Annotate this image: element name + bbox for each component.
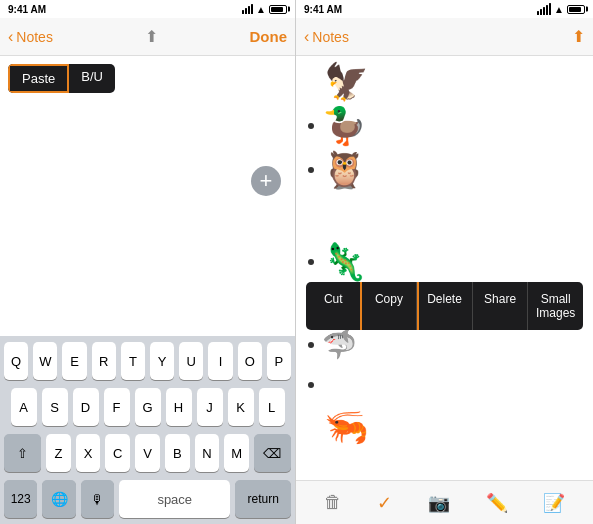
- keyboard-bottom-row: 123 🌐 🎙 space return: [4, 480, 291, 518]
- right-back-chevron-icon: ‹: [304, 28, 309, 46]
- key-e[interactable]: E: [62, 342, 86, 380]
- key-shift[interactable]: ⇧: [4, 434, 41, 472]
- right-back-button[interactable]: ‹ Notes: [304, 28, 349, 46]
- key-s[interactable]: S: [42, 388, 68, 426]
- list-item-eagle[interactable]: 🦅: [296, 60, 593, 104]
- battery-icon: [269, 5, 287, 14]
- keyboard: Q W E R T Y U I O P A S D F G H J K L ⇧ …: [0, 336, 295, 524]
- bullet-icon: [308, 259, 314, 265]
- key-p[interactable]: P: [267, 342, 291, 380]
- key-b[interactable]: B: [165, 434, 190, 472]
- key-m[interactable]: M: [224, 434, 249, 472]
- keyboard-row-2: A S D F G H J K L: [4, 388, 291, 426]
- key-globe[interactable]: 🌐: [42, 480, 75, 518]
- owl-emoji: 🦉: [322, 152, 367, 188]
- key-t[interactable]: T: [121, 342, 145, 380]
- back-chevron-icon: ‹: [8, 28, 13, 46]
- right-status-bar: 9:41 AM ▲: [296, 0, 593, 18]
- right-wifi-icon: ▲: [554, 4, 564, 15]
- key-k[interactable]: K: [228, 388, 254, 426]
- signal-icon: [242, 4, 253, 14]
- key-h[interactable]: H: [166, 388, 192, 426]
- left-done-button[interactable]: Done: [250, 28, 288, 45]
- bullet-icon: [308, 123, 314, 129]
- bullet-icon: [308, 342, 314, 348]
- right-battery-icon: [567, 5, 585, 14]
- key-d[interactable]: D: [73, 388, 99, 426]
- left-status-icons: ▲: [242, 4, 287, 15]
- list-item-bullet2[interactable]: [296, 365, 593, 405]
- key-i[interactable]: I: [208, 342, 232, 380]
- right-signal-icon: [537, 3, 551, 15]
- key-a[interactable]: A: [11, 388, 37, 426]
- left-nav-bar: ‹ Notes ⬆ Done: [0, 18, 295, 56]
- paste-button[interactable]: Paste: [8, 64, 69, 93]
- right-bottom-toolbar: 🗑 ✓ 📷 ✏️ 📝: [296, 480, 593, 524]
- right-time: 9:41 AM: [304, 4, 342, 15]
- key-v[interactable]: V: [135, 434, 160, 472]
- left-note-content[interactable]: +: [0, 96, 295, 336]
- key-u[interactable]: U: [179, 342, 203, 380]
- key-return[interactable]: return: [235, 480, 291, 518]
- small-images-button[interactable]: Small Images: [528, 282, 583, 330]
- key-y[interactable]: Y: [150, 342, 174, 380]
- key-r[interactable]: R: [92, 342, 116, 380]
- shrimp-emoji: 🦐: [324, 409, 369, 445]
- eagle-emoji: 🦅: [324, 64, 369, 100]
- right-status-icons: ▲: [537, 3, 585, 15]
- right-notes-list: 🦅 🦆 🦉 Cut Copy Delete Share Small Images…: [296, 56, 593, 480]
- left-back-button[interactable]: ‹ Notes: [8, 28, 53, 46]
- key-x[interactable]: X: [76, 434, 101, 472]
- left-context-menu: Paste B/U: [8, 64, 115, 93]
- right-nav-bar: ‹ Notes ⬆: [296, 18, 593, 56]
- left-time: 9:41 AM: [8, 4, 46, 15]
- wifi-icon: ▲: [256, 4, 266, 15]
- key-w[interactable]: W: [33, 342, 57, 380]
- right-panel: 9:41 AM ▲ ‹ Notes ⬆ 🦅: [296, 0, 593, 524]
- key-c[interactable]: C: [105, 434, 130, 472]
- list-item-shark[interactable]: 🦈: [296, 324, 593, 365]
- key-g[interactable]: G: [135, 388, 161, 426]
- delete-toolbar-icon[interactable]: 🗑: [324, 492, 342, 513]
- bullet-icon: [308, 167, 314, 173]
- duck-emoji: 🦆: [322, 108, 367, 144]
- key-space[interactable]: space: [119, 480, 230, 518]
- key-n[interactable]: N: [195, 434, 220, 472]
- lizard-emoji: 🦎: [322, 244, 367, 280]
- key-f[interactable]: F: [104, 388, 130, 426]
- cut-button[interactable]: Cut: [306, 282, 362, 330]
- left-toolbar: Paste B/U: [0, 56, 295, 96]
- keyboard-row-3: ⇧ Z X C V B N M ⌫: [4, 434, 291, 472]
- key-backspace[interactable]: ⌫: [254, 434, 291, 472]
- key-j[interactable]: J: [197, 388, 223, 426]
- left-status-bar: 9:41 AM ▲: [0, 0, 295, 18]
- right-back-label: Notes: [312, 29, 349, 45]
- right-share-icon[interactable]: ⬆: [572, 27, 585, 46]
- add-button[interactable]: +: [251, 166, 281, 196]
- key-z[interactable]: Z: [46, 434, 71, 472]
- key-num[interactable]: 123: [4, 480, 37, 518]
- share-button[interactable]: Share: [473, 282, 529, 330]
- list-item-owl[interactable]: 🦉: [296, 148, 593, 192]
- compose-toolbar-icon[interactable]: 📝: [543, 492, 565, 514]
- biu-button[interactable]: B/U: [69, 64, 115, 93]
- left-panel: 9:41 AM ▲ ‹ Notes ⬆ Done Paste B/U: [0, 0, 296, 524]
- draw-toolbar-icon[interactable]: ✏️: [486, 492, 508, 514]
- list-item-duck[interactable]: 🦆: [296, 104, 593, 148]
- left-back-label: Notes: [16, 29, 53, 45]
- key-mic[interactable]: 🎙: [81, 480, 114, 518]
- bullet-icon: [308, 382, 314, 388]
- right-context-menu: Cut Copy Delete Share Small Images: [306, 282, 583, 330]
- key-q[interactable]: Q: [4, 342, 28, 380]
- left-share-icon[interactable]: ⬆: [145, 27, 158, 46]
- key-l[interactable]: L: [259, 388, 285, 426]
- delete-button[interactable]: Delete: [417, 282, 473, 330]
- shark-emoji: 🦈: [322, 328, 357, 361]
- key-o[interactable]: O: [238, 342, 262, 380]
- copy-button[interactable]: Copy: [362, 282, 418, 330]
- camera-toolbar-icon[interactable]: 📷: [428, 492, 450, 514]
- list-item-lizard[interactable]: 🦎: [296, 240, 593, 284]
- check-toolbar-icon[interactable]: ✓: [377, 492, 392, 514]
- list-item-shrimp[interactable]: 🦐: [296, 405, 593, 449]
- keyboard-row-1: Q W E R T Y U I O P: [4, 342, 291, 380]
